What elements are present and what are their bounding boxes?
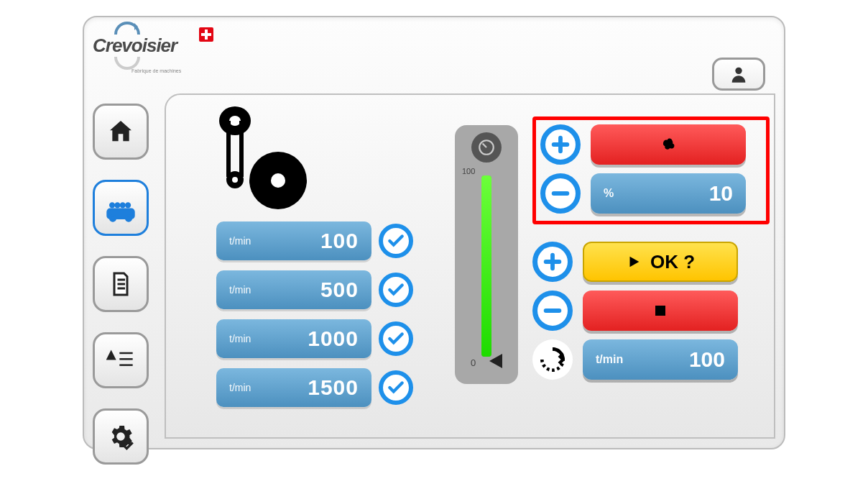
- check-500[interactable]: [379, 273, 413, 307]
- fan-increase-button[interactable]: [540, 124, 581, 165]
- nav-settings[interactable]: [93, 408, 149, 465]
- check-icon: [387, 232, 405, 250]
- start-confirm-button[interactable]: OK ?: [583, 242, 738, 282]
- speed-unit: t/min: [229, 235, 320, 247]
- speed-value: 500: [320, 278, 359, 302]
- stop-button[interactable]: [583, 291, 738, 331]
- current-speed-display[interactable]: t/min 100: [583, 339, 738, 380]
- fan-percent-display[interactable]: % 10: [591, 173, 746, 214]
- nav-alarms[interactable]: [93, 332, 149, 388]
- brand-name: Crevoisier: [93, 35, 215, 57]
- document-icon: [108, 271, 134, 297]
- svg-point-3: [116, 204, 120, 208]
- main-panel: t/min 100 t/min 500 t/min 10: [165, 93, 775, 439]
- svg-point-0: [735, 68, 742, 74]
- swiss-flag-icon: [199, 27, 213, 42]
- svg-point-6: [110, 216, 115, 221]
- speed-preset-1000[interactable]: t/min 1000: [216, 319, 371, 358]
- load-gauge: 100 0: [455, 125, 518, 384]
- speed-value: 100: [320, 229, 359, 253]
- speed-decrease-button[interactable]: [532, 291, 573, 331]
- check-1000[interactable]: [379, 321, 413, 356]
- gauge-marker-icon: [489, 354, 502, 368]
- svg-point-12: [229, 116, 241, 126]
- speed-unit: t/min: [229, 333, 308, 344]
- svg-point-5: [126, 204, 130, 208]
- plus-icon: [550, 134, 571, 155]
- fan-decrease-button[interactable]: [540, 173, 581, 214]
- brand-logo: Crevoisier Fabrique de machines: [93, 22, 215, 79]
- current-speed-unit: t/min: [596, 353, 680, 366]
- svg-rect-21: [655, 306, 665, 316]
- minus-icon: [550, 183, 571, 204]
- speed-unit: t/min: [229, 284, 320, 296]
- speed-preset-1500[interactable]: t/min 1500: [216, 368, 371, 407]
- check-icon: [387, 378, 405, 397]
- nav-home[interactable]: [93, 104, 149, 160]
- svg-point-20: [666, 142, 671, 147]
- check-icon: [387, 280, 405, 299]
- percent-value: 10: [709, 181, 733, 206]
- svg-point-2: [110, 204, 114, 208]
- plus-icon: [542, 252, 563, 272]
- alarm-list-icon: [106, 346, 135, 375]
- user-button[interactable]: [712, 58, 765, 91]
- fan-toggle-button[interactable]: [591, 124, 746, 165]
- current-speed-value: 100: [689, 347, 725, 372]
- gauge-top-label: 100: [462, 167, 475, 175]
- fan-control-highlight: % 10: [532, 116, 770, 224]
- machine-icon: [105, 192, 137, 224]
- svg-point-7: [126, 216, 131, 221]
- confirm-label: OK ?: [650, 251, 695, 273]
- speed-unit: t/min: [229, 382, 308, 393]
- gauge-bottom-label: 0: [471, 357, 476, 368]
- stop-icon: [652, 302, 669, 319]
- brand-tagline: Fabrique de machines: [131, 68, 215, 73]
- speed-preset-100[interactable]: t/min 100: [216, 221, 371, 260]
- nav-machine[interactable]: [93, 180, 149, 236]
- speed-value: 1000: [308, 326, 359, 351]
- home-icon: [106, 117, 135, 146]
- minus-icon: [542, 301, 563, 321]
- settings-icon: [106, 422, 135, 451]
- gauge-dial-icon: [471, 132, 502, 163]
- check-1500[interactable]: [379, 370, 413, 405]
- speed-preset-500[interactable]: t/min 500: [216, 270, 371, 309]
- check-100[interactable]: [379, 224, 413, 258]
- svg-rect-14: [239, 121, 244, 177]
- nav-document[interactable]: [93, 256, 149, 312]
- cycle-icon: [537, 344, 568, 375]
- play-icon: [626, 254, 642, 270]
- check-icon: [387, 329, 405, 348]
- svg-point-4: [121, 204, 125, 208]
- svg-rect-13: [226, 121, 231, 177]
- svg-point-16: [232, 177, 238, 183]
- svg-point-18: [271, 173, 285, 188]
- cycle-button[interactable]: [532, 339, 573, 380]
- speed-value: 1500: [308, 375, 359, 400]
- user-icon: [729, 64, 749, 84]
- speed-increase-button[interactable]: [532, 242, 573, 282]
- fan-icon: [653, 129, 683, 160]
- pulley-diagram: [206, 105, 336, 213]
- percent-label: %: [604, 187, 701, 200]
